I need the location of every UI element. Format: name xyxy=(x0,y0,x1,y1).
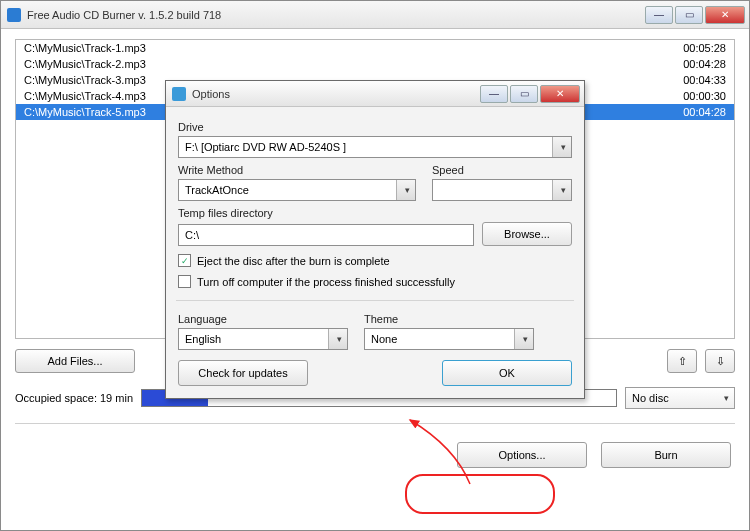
move-up-button[interactable]: ⇧ xyxy=(667,349,697,373)
options-dialog: Options — ▭ ✕ Drive F:\ [Optiarc DVD RW … xyxy=(165,80,585,399)
write-method-label: Write Method xyxy=(178,164,416,176)
dialog-maximize-button[interactable]: ▭ xyxy=(510,85,538,103)
maximize-button[interactable]: ▭ xyxy=(675,6,703,24)
file-duration: 00:05:28 xyxy=(683,42,726,54)
turnoff-label: Turn off computer if the process finishe… xyxy=(197,276,455,288)
add-files-button[interactable]: Add Files... xyxy=(15,349,135,373)
temp-dir-input[interactable]: C:\ xyxy=(178,224,474,246)
eject-checkbox[interactable]: ✓ xyxy=(178,254,191,267)
language-combo[interactable]: English xyxy=(178,328,348,350)
close-button[interactable]: ✕ xyxy=(705,6,745,24)
occupied-space-label: Occupied space: 19 min xyxy=(15,392,133,404)
ok-button[interactable]: OK xyxy=(442,360,572,386)
language-value: English xyxy=(185,333,221,345)
theme-label: Theme xyxy=(364,313,534,325)
theme-combo[interactable]: None xyxy=(364,328,534,350)
move-down-button[interactable]: ⇩ xyxy=(705,349,735,373)
options-button[interactable]: Options... xyxy=(457,442,587,468)
list-item[interactable]: C:\MyMusic\Track-1.mp3 00:05:28 xyxy=(16,40,734,56)
disc-combo[interactable]: No disc xyxy=(625,387,735,409)
file-path: C:\MyMusic\Track-4.mp3 xyxy=(24,90,146,102)
write-method-value: TrackAtOnce xyxy=(185,184,249,196)
burn-button[interactable]: Burn xyxy=(601,442,731,468)
file-path: C:\MyMusic\Track-2.mp3 xyxy=(24,58,146,70)
file-duration: 00:04:33 xyxy=(683,74,726,86)
main-titlebar: Free Audio CD Burner v. 1.5.2 build 718 … xyxy=(1,1,749,29)
write-method-combo[interactable]: TrackAtOnce xyxy=(178,179,416,201)
divider xyxy=(15,423,735,424)
turnoff-checkbox[interactable] xyxy=(178,275,191,288)
temp-dir-label: Temp files directory xyxy=(178,207,572,219)
file-path: C:\MyMusic\Track-3.mp3 xyxy=(24,74,146,86)
dialog-divider xyxy=(176,300,574,301)
dialog-icon xyxy=(172,87,186,101)
dialog-titlebar: Options — ▭ ✕ xyxy=(166,81,584,107)
browse-button[interactable]: Browse... xyxy=(482,222,572,246)
speed-combo[interactable] xyxy=(432,179,572,201)
arrow-up-icon: ⇧ xyxy=(678,355,687,368)
drive-value: F:\ [Optiarc DVD RW AD-5240S ] xyxy=(185,141,346,153)
language-label: Language xyxy=(178,313,348,325)
file-duration: 00:00:30 xyxy=(683,90,726,102)
disc-combo-value: No disc xyxy=(632,392,669,404)
file-duration: 00:04:28 xyxy=(683,106,726,118)
eject-label: Eject the disc after the burn is complet… xyxy=(197,255,390,267)
window-title: Free Audio CD Burner v. 1.5.2 build 718 xyxy=(27,9,645,21)
temp-dir-value: C:\ xyxy=(185,229,199,241)
dialog-close-button[interactable]: ✕ xyxy=(540,85,580,103)
arrow-down-icon: ⇩ xyxy=(716,355,725,368)
file-duration: 00:04:28 xyxy=(683,58,726,70)
app-icon xyxy=(7,8,21,22)
file-path: C:\MyMusic\Track-1.mp3 xyxy=(24,42,146,54)
drive-label: Drive xyxy=(178,121,572,133)
file-path: C:\MyMusic\Track-5.mp3 xyxy=(24,106,146,118)
minimize-button[interactable]: — xyxy=(645,6,673,24)
theme-value: None xyxy=(371,333,397,345)
list-item[interactable]: C:\MyMusic\Track-2.mp3 00:04:28 xyxy=(16,56,734,72)
speed-label: Speed xyxy=(432,164,572,176)
drive-combo[interactable]: F:\ [Optiarc DVD RW AD-5240S ] xyxy=(178,136,572,158)
check-updates-button[interactable]: Check for updates xyxy=(178,360,308,386)
dialog-minimize-button[interactable]: — xyxy=(480,85,508,103)
dialog-title: Options xyxy=(192,88,480,100)
